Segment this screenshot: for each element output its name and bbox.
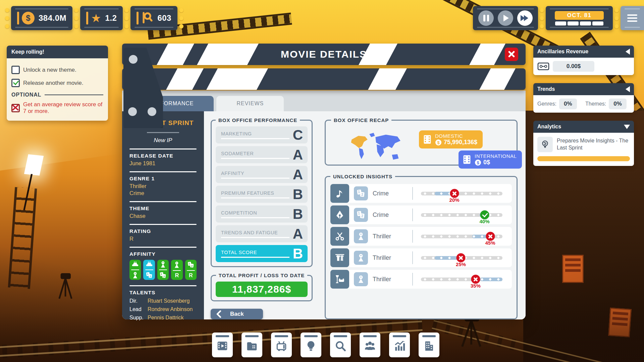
tv-button[interactable] [271, 333, 292, 357]
talents-section: TALENTS Dir. Rtuart Sosenberg Lead Rondr… [129, 290, 197, 321]
hinge-rivet [129, 55, 138, 64]
modal-content: THE LAST SPRINT New IP RELEASE DATE June… [122, 111, 526, 319]
money-coin-icon: $ [22, 12, 35, 24]
popularity-ticket[interactable]: 603 [130, 6, 177, 30]
insight-slider: 20% [413, 192, 512, 195]
week-segment [580, 21, 591, 25]
back-button[interactable]: Back [211, 309, 263, 319]
game-screen: $ 384.0M ★ 1.2 603 [0, 0, 644, 362]
divider [129, 201, 197, 202]
svg-text:1: 1 [358, 190, 360, 194]
svg-text:2: 2 [191, 264, 193, 267]
unlocked-insights-panel: UNLOCKED INSIGHTS 12 Crime [325, 174, 518, 319]
top-bar: $ 384.0M ★ 1.2 603 [0, 0, 644, 37]
total-score-value: B [293, 247, 303, 261]
movies-button[interactable] [212, 333, 233, 357]
panel-title: BOX OFFICE RECAP [331, 117, 391, 123]
insight-slider: 40% [413, 213, 512, 217]
analytics-progress-bar [537, 156, 630, 161]
talent-role: Dir. [129, 298, 148, 304]
insight-label: Thriller [373, 254, 412, 261]
affinity-badges: 12 12 R 12 [129, 260, 197, 280]
stats-button[interactable] [389, 333, 410, 357]
week-segment [568, 21, 579, 25]
collapse-left-icon [626, 86, 630, 92]
grade-value: A [293, 227, 303, 241]
trends-body: Genres: 0% Themes: 0% [533, 95, 634, 113]
ideas-button[interactable] [301, 333, 321, 357]
panel-title: UNLOCKED INSIGHTS [330, 174, 395, 179]
insight-slider: 45% [413, 235, 512, 238]
insight-slider: 25% [413, 256, 512, 260]
svg-text:$: $ [437, 140, 440, 145]
chart-icon [393, 340, 406, 352]
ticket-perforation [179, 8, 183, 28]
analytics-header[interactable]: Analytics [533, 121, 634, 133]
current-date: OCT. 81 [555, 11, 604, 20]
grade-row: AFFINITY A [216, 166, 308, 183]
talents-label: TALENTS [129, 290, 197, 296]
bottom-toolbar [212, 333, 439, 357]
panel-title: TOTAL PROFIT / LOSS TO DATE [216, 273, 307, 278]
pause-button[interactable] [478, 10, 494, 26]
popularity-magnifier-icon [141, 11, 153, 25]
staff-button[interactable] [360, 333, 380, 357]
trends-panel: Trends Genres: 0% Themes: 0% [533, 83, 634, 113]
profit-value: 11,837,286$ [216, 282, 308, 297]
month-progress [555, 21, 603, 25]
rating-ticket[interactable]: ★ 1.2 [80, 6, 123, 30]
menu-ticket[interactable] [621, 6, 644, 30]
ancillaries-title: Ancillaries Revenue [537, 49, 588, 55]
divider [129, 148, 197, 149]
checkbox-failed-icon [11, 104, 20, 112]
talent-role: Supp. [129, 315, 148, 321]
money-ticket[interactable]: $ 384.0M [11, 6, 72, 30]
week-segment [555, 21, 566, 25]
play-button[interactable] [498, 10, 513, 26]
ticket-accent-bar [86, 12, 88, 24]
projects-button[interactable] [241, 333, 262, 357]
date-ticket: OCT. 81 [546, 6, 613, 30]
box-office-recap-panel: BOX OFFICE RECAP [325, 117, 518, 166]
analytics-title: Analytics [537, 124, 561, 130]
quest-task: Unlock a new theme. [11, 66, 103, 74]
clapper-stripe [205, 68, 270, 90]
close-button[interactable] [505, 48, 518, 61]
quest-panel-title: Keep rolling! [7, 46, 108, 58]
insight-row: Thriller 45% [330, 227, 512, 246]
hamburger-menu-icon [627, 13, 637, 23]
search-button[interactable] [330, 333, 351, 357]
trends-header[interactable]: Trends [533, 83, 634, 95]
grade-row: MARKETING C [216, 126, 308, 143]
genres-value: 0% [559, 99, 577, 109]
clapper-top-bar: MOVIE DETAILS [122, 44, 526, 65]
insight-label: Crime [373, 190, 412, 197]
box-office-performance-panel: BOX OFFICE PERFORMANCE MARKETING C SODAM… [211, 117, 313, 267]
quest-task-label: Unlock a new theme. [23, 67, 76, 73]
international-label: INTERNATIONAL [475, 153, 517, 159]
domestic-label: DOMESTIC [435, 133, 477, 139]
fast-forward-button[interactable] [517, 10, 533, 26]
tv-icon [275, 340, 288, 352]
ticket-perforation [5, 8, 9, 28]
grade-row: PREMIUM FEATURES B [216, 186, 308, 203]
talent-role: Lead [129, 306, 148, 312]
audience-insight-icon [354, 251, 368, 265]
tab-reviews[interactable]: REVIEWS [216, 96, 284, 111]
audience-icon [159, 261, 167, 268]
ancillaries-header[interactable]: Ancillaries Revenue [533, 46, 634, 58]
studio-button[interactable] [419, 333, 439, 357]
resource-tickets: $ 384.0M ★ 1.2 603 [3, 6, 185, 30]
collapse-down-icon [624, 125, 630, 129]
ticket-accent-bar [137, 12, 139, 24]
vhs-tape-icon [537, 62, 549, 71]
grade-label: MARKETING [221, 131, 289, 139]
grade-label: PREMIUM FEATURES [221, 190, 289, 198]
wall-poster [562, 255, 584, 283]
divider [129, 285, 197, 286]
insight-label: Crime [373, 212, 412, 219]
talent-row: Supp. Pennis Dattrick [129, 315, 197, 321]
talent-name: Rondrew Anbinson [148, 306, 193, 312]
week-segment [592, 21, 603, 25]
insight-slider: 35% [413, 278, 512, 281]
